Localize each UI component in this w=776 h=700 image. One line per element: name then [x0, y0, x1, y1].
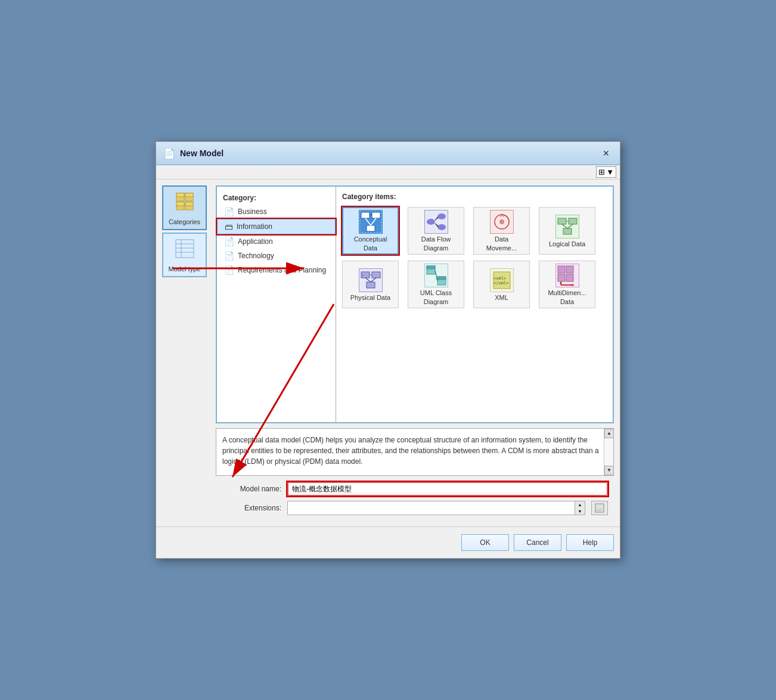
datamove-icon — [490, 210, 514, 234]
help-button[interactable]: Help — [566, 534, 614, 551]
grid-item-datamove[interactable]: Data Moveme... — [473, 207, 530, 255]
information-icon: 🗃 — [225, 222, 233, 231]
close-button[interactable]: ✕ — [600, 147, 613, 160]
categories-icon — [174, 191, 195, 216]
svg-rect-15 — [372, 212, 380, 218]
extensions-browse-button[interactable]: ... — [591, 501, 608, 515]
ext-spin-down[interactable]: ▼ — [575, 508, 585, 515]
svg-rect-63 — [566, 266, 573, 273]
svg-point-24 — [437, 224, 446, 230]
svg-rect-43 — [372, 272, 380, 278]
items-label: Category items: — [342, 193, 607, 201]
category-item-business[interactable]: 📄 Business — [217, 205, 336, 219]
scroll-down-button[interactable]: ▼ — [604, 466, 614, 475]
category-item-technology[interactable]: 📄 Technology — [217, 249, 336, 263]
content-area: Categories Model type — [156, 179, 620, 524]
svg-rect-37 — [563, 228, 572, 234]
model-name-input[interactable] — [287, 482, 608, 496]
category-item-requirements[interactable]: 📄 Requirements and Planning — [217, 263, 336, 277]
svg-text:──: ── — [361, 276, 365, 279]
category-section: Category: 📄 Business 🗃 Information 📄 App… — [216, 185, 614, 423]
svg-point-23 — [437, 213, 446, 219]
xml-icon: <xml> </xml> — [490, 268, 514, 292]
physical-icon: ID ── — [359, 268, 383, 292]
svg-rect-35 — [558, 218, 566, 224]
dropdown-arrow: ▼ — [606, 168, 614, 176]
svg-rect-62 — [558, 266, 565, 273]
extensions-row: Extensions: ▲ ▼ ... — [222, 501, 608, 515]
cancel-button[interactable]: Cancel — [514, 534, 561, 551]
svg-rect-52 — [427, 266, 435, 269]
grid-item-multi[interactable]: MultiDimen... Data — [539, 261, 595, 308]
categories-button[interactable]: Categories — [162, 185, 207, 230]
dialog-icon: 📄 — [163, 147, 175, 159]
grid-icon: ⊞ — [598, 168, 605, 176]
conceptual-icon — [359, 210, 383, 234]
svg-rect-1 — [176, 193, 184, 197]
model-type-icon — [174, 238, 195, 264]
model-type-label: Model type — [169, 265, 201, 272]
scroll-up-button[interactable]: ▲ — [604, 429, 614, 438]
svg-rect-5 — [176, 202, 184, 206]
grid-item-conceptual[interactable]: Conceptual Data — [342, 207, 399, 255]
svg-rect-64 — [558, 274, 565, 281]
category-item-information[interactable]: 🗃 Information — [217, 219, 336, 234]
svg-rect-65 — [566, 274, 573, 281]
model-name-label: Model name: — [222, 485, 281, 493]
view-toggle-button[interactable]: ⊞ ▼ — [596, 166, 616, 178]
svg-point-31 — [499, 219, 504, 224]
dataflow-icon — [424, 210, 448, 234]
new-model-dialog: 📄 New Model ✕ ⊞ ▼ — [156, 141, 620, 559]
extensions-input-wrap: ▲ ▼ — [287, 501, 585, 515]
ok-button[interactable]: OK — [461, 534, 509, 551]
toolbar-row: ⊞ ▼ — [156, 165, 620, 179]
buttons-row: OK Cancel Help — [156, 526, 620, 558]
logical-icon — [555, 215, 579, 239]
technology-icon: 📄 — [224, 251, 234, 261]
grid-item-xml[interactable]: <xml> </xml> XML — [473, 261, 530, 308]
items-grid: Conceptual Data — [342, 207, 607, 308]
multi-icon — [555, 264, 579, 287]
svg-rect-16 — [367, 225, 375, 231]
model-name-row: Model name: — [222, 482, 608, 496]
category-list: Category: 📄 Business 🗃 Information 📄 App… — [217, 187, 336, 422]
uml-icon — [424, 264, 448, 287]
grid-item-physical[interactable]: ID ── Physical Data — [342, 261, 399, 308]
svg-rect-54 — [437, 277, 446, 280]
svg-rect-3 — [185, 193, 193, 197]
svg-point-22 — [427, 219, 435, 225]
category-header: Category: — [217, 191, 336, 205]
extensions-label: Extensions: — [222, 504, 281, 512]
grid-item-dataflow[interactable]: Data Flow Diagram — [408, 207, 464, 255]
categories-label: Categories — [169, 218, 200, 225]
svg-rect-14 — [361, 212, 370, 218]
svg-text:...: ... — [597, 505, 601, 512]
left-panel: Categories Model type — [162, 185, 210, 518]
svg-text:</xml>: </xml> — [493, 281, 508, 286]
main-panel: Category: 📄 Business 🗃 Information 📄 App… — [216, 185, 614, 518]
extensions-spinner[interactable]: ▲ ▼ — [575, 501, 585, 515]
svg-rect-44 — [367, 282, 375, 288]
model-type-button[interactable]: Model type — [162, 233, 207, 277]
ext-spin-up[interactable]: ▲ — [575, 501, 585, 508]
svg-text:<xml>: <xml> — [493, 276, 506, 281]
description-area: A conceptual data model (CDM) helps you … — [216, 428, 614, 476]
svg-rect-36 — [569, 218, 577, 224]
business-icon: 📄 — [224, 207, 234, 216]
form-area: Model name: Extensions: ▲ ▼ — [216, 476, 614, 518]
grid-item-logical[interactable]: Logical Data — [539, 207, 595, 255]
svg-rect-8 — [176, 240, 194, 258]
items-grid-area: Category items: — [336, 187, 613, 422]
description-scrollbar[interactable]: ▲ ▼ — [604, 429, 613, 475]
category-item-application[interactable]: 📄 Application — [217, 234, 336, 249]
requirements-icon: 📄 — [224, 265, 234, 275]
svg-rect-7 — [185, 202, 193, 206]
title-bar: 📄 New Model ✕ — [156, 142, 620, 165]
description-text: A conceptual data model (CDM) helps you … — [222, 436, 599, 466]
grid-item-uml[interactable]: UML Class Diagram — [408, 261, 464, 308]
extensions-input[interactable] — [288, 503, 575, 513]
application-icon: 📄 — [224, 237, 234, 246]
dialog-title: New Model — [180, 148, 224, 158]
